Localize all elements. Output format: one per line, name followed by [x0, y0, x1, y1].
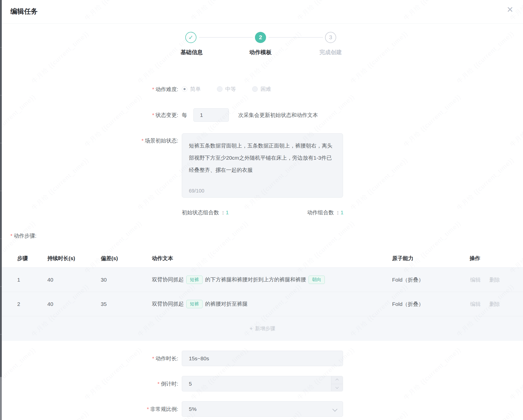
step-cell: 1 — [17, 277, 20, 283]
action-duration-label: *动作时长: — [152, 355, 178, 362]
countdown-label: *倒计时: — [157, 381, 178, 387]
table-row: 1 40 30 双臂协同抓起 短裤 的下方裤腿和裤腰对折到上方的裤腿和裤腰 朝向… — [2, 268, 523, 292]
step-3-circle: 3 — [325, 32, 336, 43]
scene-state-value: 短裤五条数据背面朝上，五条数据正面朝上，裤腰朝右，离头部视野下方至少20cm之外… — [182, 134, 343, 176]
required-mark: * — [10, 233, 12, 239]
shorts-tag: 短裤 — [186, 300, 203, 308]
ability-cell: Fold（折叠） — [392, 301, 424, 308]
action-combo-value: 1 — [340, 209, 344, 215]
required-mark: * — [152, 355, 154, 361]
radio-circle-icon — [252, 86, 258, 92]
duration-cell: 40 — [47, 277, 53, 283]
radio-circle-icon — [217, 86, 223, 92]
dialog-title: 编辑任务 — [10, 7, 38, 16]
check-icon: ✓ — [188, 34, 193, 41]
spinner-down-button[interactable] — [331, 384, 343, 391]
add-step-button[interactable]: + 新增步骤 — [2, 316, 523, 341]
unusual-ratio-select[interactable]: 5% — [182, 401, 343, 417]
delete-link[interactable]: 删除 — [489, 276, 500, 283]
step-2-circle: 2 — [255, 32, 266, 43]
state-change-suffix: 次采集会更新初始状态和动作文本 — [238, 112, 318, 119]
chevron-down-icon — [335, 385, 339, 389]
shorts-tag: 短裤 — [186, 276, 203, 284]
state-change-label: *状态变更: — [152, 112, 178, 118]
radio-option-hard[interactable]: 困难 — [252, 86, 271, 93]
ability-cell: Fold（折叠） — [392, 276, 424, 283]
col-action-text: 动作文本 — [152, 255, 173, 262]
required-mark: * — [142, 138, 144, 143]
plus-icon: + — [250, 325, 253, 332]
state-change-value: 1 — [194, 109, 229, 121]
number-spinner — [331, 376, 343, 391]
char-counter: 69/100 — [189, 188, 204, 194]
delete-link[interactable]: 删除 — [489, 301, 500, 308]
table-row: 2 40 35 双臂协同抓起 短裤 的裤腰对折至裤腿 Fold（折叠） 编辑 删… — [2, 292, 523, 316]
deviation-cell: 30 — [101, 277, 107, 283]
radio-label: 中等 — [225, 86, 236, 93]
orientation-tag: 朝向 — [309, 276, 325, 284]
step-3-number: 3 — [329, 34, 332, 41]
action-text-cell: 双臂协同抓起 短裤 的裤腰对折至裤腿 — [152, 300, 248, 308]
col-step: 步骤 — [17, 255, 28, 262]
edit-task-dialog: 牛月给 {{current_time}}牛月给 {{current_time}}… — [0, 0, 523, 420]
step-2-number: 2 — [259, 34, 262, 41]
step-2-label: 动作模板 — [233, 49, 288, 56]
spinner-up-button[interactable] — [331, 376, 343, 384]
step-cell: 2 — [17, 301, 20, 307]
state-change-input[interactable]: 1 — [193, 108, 229, 122]
step-3-label: 完成创建 — [303, 49, 358, 56]
radio-circle-icon — [182, 86, 187, 92]
step-1-circle: ✓ — [185, 32, 196, 43]
step-connector-2 — [269, 37, 323, 38]
action-duration-value: 15s~80s — [182, 351, 343, 366]
initial-state-combo-count: 初始状态组合数 ：1 — [182, 209, 229, 216]
initial-combo-value: 1 — [226, 209, 229, 215]
required-mark: * — [152, 112, 154, 118]
action-combo-count: 动作组合数 ：1 — [307, 209, 344, 216]
col-duration: 持续时长(s) — [47, 255, 75, 262]
countdown-value: 5 — [182, 376, 343, 391]
unusual-ratio-label: *非常规比例: — [147, 406, 178, 412]
radio-option-easy[interactable]: 简单 — [182, 86, 201, 93]
duration-cell: 40 — [47, 301, 53, 307]
background-sidebar-sliver — [0, 0, 2, 420]
scene-state-textarea[interactable]: 短裤五条数据背面朝上，五条数据正面朝上，裤腰朝右，离头部视野下方至少20cm之外… — [182, 133, 343, 198]
chevron-up-icon — [335, 379, 339, 382]
background-sidebar-sliver-bottom — [0, 377, 2, 420]
state-change-prefix: 每 — [182, 112, 187, 119]
scene-state-label: *场景初始状态: — [142, 137, 178, 144]
edit-link[interactable]: 编辑 — [470, 301, 481, 308]
col-actions: 操作 — [470, 255, 480, 262]
add-step-label: 新增步骤 — [255, 325, 275, 332]
difficulty-label: *动作难度: — [152, 86, 178, 93]
difficulty-radio-group: 简单 中等 困难 — [182, 86, 287, 93]
step-connector-1 — [199, 37, 253, 38]
radio-option-medium[interactable]: 中等 — [217, 86, 236, 93]
action-text-cell: 双臂协同抓起 短裤 的下方裤腿和裤腰对折到上方的裤腿和裤腰 朝向 — [152, 276, 325, 284]
dialog-header: 编辑任务 ✕ — [2, 0, 523, 24]
col-ability: 原子能力 — [392, 255, 413, 262]
steps-table-header: 步骤 持续时长(s) 偏差(s) 动作文本 原子能力 操作 — [2, 249, 523, 268]
radio-label: 简单 — [190, 86, 201, 93]
col-deviation: 偏差(s) — [101, 255, 118, 262]
required-mark: * — [147, 406, 149, 412]
close-icon[interactable]: ✕ — [507, 6, 513, 14]
action-steps-section-label: *动作步骤: — [10, 232, 36, 239]
required-mark: * — [152, 86, 154, 92]
step-1-label: 基础信息 — [164, 49, 219, 56]
countdown-input[interactable]: 5 — [182, 376, 343, 391]
radio-label: 困难 — [260, 86, 271, 93]
unusual-ratio-value: 5% — [182, 402, 343, 416]
deviation-cell: 35 — [101, 301, 107, 307]
required-mark: * — [157, 381, 159, 387]
edit-link[interactable]: 编辑 — [470, 276, 481, 283]
action-duration-input[interactable]: 15s~80s — [182, 351, 343, 366]
